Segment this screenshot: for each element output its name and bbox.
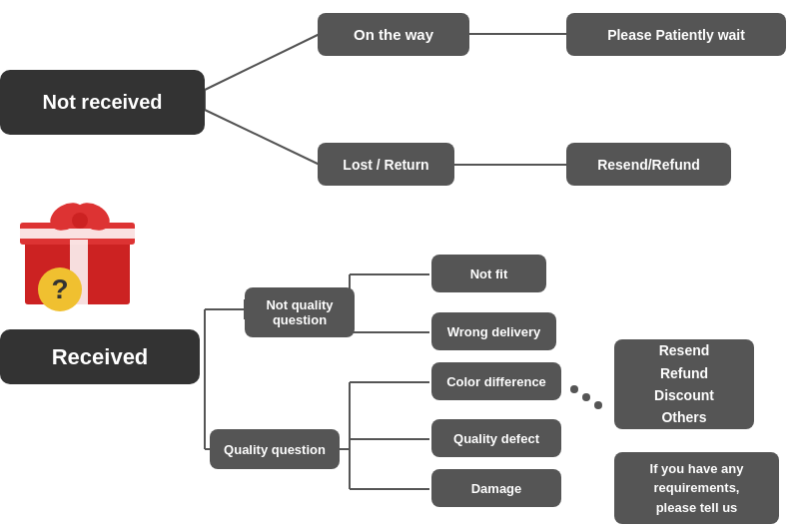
wrong-delivery-node: Wrong delivery [431,312,556,350]
quality-question-node: Quality question [210,429,340,469]
please-wait-node: Please Patiently wait [566,13,786,56]
svg-line-0 [205,34,320,90]
svg-point-24 [594,401,602,409]
color-difference-node: Color difference [431,362,561,400]
lost-return-node: Lost / Return [318,143,454,186]
quality-defect-node: Quality defect [431,419,561,457]
on-the-way-node: On the way [318,13,469,56]
svg-rect-31 [20,229,135,239]
svg-point-23 [582,393,590,401]
not-received-node: Not received [0,70,205,135]
gift-box-icon: ? [15,185,145,314]
flowchart-diagram: Not received On the way Please Patiently… [0,0,799,532]
if-you-have-node: If you have any requirements, please tel… [614,452,779,524]
resend-refund-options-node: Resend Refund Discount Others [614,339,754,429]
damage-node: Damage [431,469,561,507]
not-fit-node: Not fit [431,255,546,292]
svg-point-22 [570,385,578,393]
svg-text:?: ? [51,273,68,304]
resend-refund-top-node: Resend/Refund [566,143,731,186]
svg-point-34 [72,213,88,229]
received-node: Received [0,329,200,384]
svg-line-3 [205,110,320,165]
not-quality-question-node: Not quality question [245,287,355,337]
